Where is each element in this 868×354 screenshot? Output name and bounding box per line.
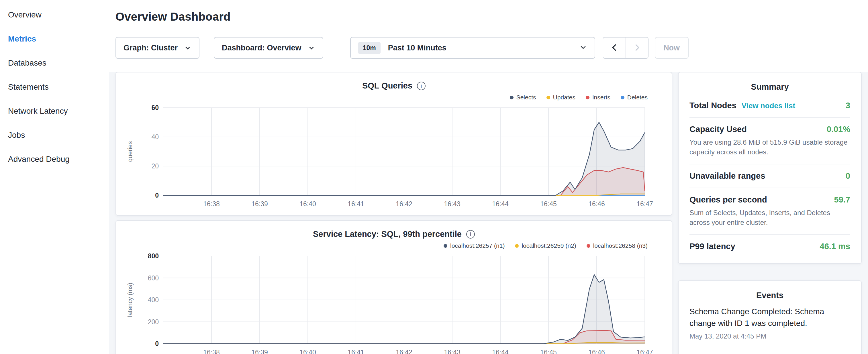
svg-text:16:44: 16:44 [492, 349, 509, 354]
summary-value: 0.01% [827, 125, 850, 134]
legend-label: localhost:26257 (n1) [450, 242, 505, 249]
view-nodes-list-link[interactable]: View nodes list [742, 101, 795, 110]
legend-dot-icon [443, 244, 447, 248]
svg-text:400: 400 [148, 296, 158, 303]
legend-dot-icon [587, 244, 590, 248]
svg-text:16:46: 16:46 [588, 349, 605, 354]
svg-text:20: 20 [151, 162, 159, 170]
svg-text:16:38: 16:38 [203, 349, 220, 354]
svg-text:16:47: 16:47 [637, 349, 653, 354]
event-list-item[interactable]: Schema Change Completed: Schema change w… [689, 306, 850, 340]
sidebar-item-advanced-debug[interactable]: Advanced Debug [8, 147, 109, 171]
summary-value: 0 [846, 171, 850, 181]
sidebar-item-jobs[interactable]: Jobs [8, 123, 109, 147]
page-title: Overview Dashboard [116, 10, 868, 23]
sql-queries-chart-card: SQL Queries i SelectsUpdatesInsertsDelet… [116, 72, 672, 216]
summary-row-p99-latency: P99 latency 46.1 ms [689, 235, 850, 258]
svg-text:16:39: 16:39 [251, 349, 268, 354]
svg-text:16:39: 16:39 [251, 200, 268, 207]
right-column: Summary Total Nodes View nodes list 3 Ca… [678, 72, 862, 354]
summary-panel: Summary Total Nodes View nodes list 3 Ca… [678, 72, 862, 264]
legend-label: Updates [553, 94, 576, 101]
graph-dropdown[interactable]: Graph: Cluster [116, 37, 199, 59]
time-range-dropdown[interactable]: 10m Past 10 Minutes [350, 37, 595, 59]
info-icon[interactable]: i [466, 230, 475, 238]
sidebar-item-statements[interactable]: Statements [8, 75, 109, 99]
summary-row-total-nodes: Total Nodes View nodes list 3 [689, 94, 850, 118]
sidebar-item-metrics[interactable]: Metrics [8, 27, 109, 51]
main-area: Overview Dashboard Graph: Cluster Dashbo… [109, 0, 868, 354]
chevron-left-icon [610, 43, 619, 53]
graph-dropdown-label: Graph: Cluster [124, 43, 178, 53]
svg-text:16:40: 16:40 [300, 349, 316, 354]
svg-text:16:41: 16:41 [348, 200, 364, 207]
charts-column: SQL Queries i SelectsUpdatesInsertsDelet… [116, 72, 672, 354]
summary-title: Summary [689, 72, 850, 94]
summary-label: Queries per second [689, 195, 767, 204]
event-timestamp: May 13, 2020 at 4:45 PM [689, 332, 850, 340]
now-button[interactable]: Now [655, 37, 689, 59]
svg-text:16:42: 16:42 [396, 200, 412, 207]
summary-value: 59.7 [834, 195, 850, 204]
sidebar-item-overview[interactable]: Overview [8, 3, 109, 27]
svg-text:60: 60 [151, 104, 159, 111]
events-panel: Events Schema Change Completed: Schema c… [678, 280, 862, 354]
event-text: Schema Change Completed: Schema change w… [689, 306, 850, 329]
chart-title-service-latency: Service Latency: SQL, 99th percentile [313, 229, 462, 239]
sidebar: Overview Metrics Databases Statements Ne… [0, 0, 109, 354]
sidebar-item-databases[interactable]: Databases [8, 51, 109, 75]
legend-item[interactable]: localhost:26259 (n2) [515, 242, 576, 249]
legend-item[interactable]: Inserts [586, 94, 610, 101]
svg-text:16:38: 16:38 [203, 200, 220, 207]
time-step-forward-button[interactable] [626, 37, 648, 58]
chart-legend: SelectsUpdatesInsertsDeletes [116, 93, 672, 101]
svg-text:16:43: 16:43 [444, 200, 461, 207]
svg-text:queries: queries [126, 141, 133, 162]
legend-label: Deletes [627, 94, 648, 101]
toolbar: Graph: Cluster Dashboard: Overview 10m P… [116, 37, 868, 59]
sidebar-item-network-latency[interactable]: Network Latency [8, 99, 109, 123]
chevron-down-icon [579, 43, 587, 53]
legend-item[interactable]: Updates [547, 94, 576, 101]
time-step-back-button[interactable] [603, 37, 626, 58]
legend-item[interactable]: Deletes [621, 94, 648, 101]
info-icon[interactable]: i [417, 82, 426, 90]
summary-row-capacity-used: Capacity Used 0.01% You are using 28.6 M… [689, 118, 850, 164]
legend-dot-icon [510, 96, 514, 99]
legend-dot-icon [621, 96, 624, 99]
summary-value: 46.1 ms [820, 242, 850, 251]
summary-label: P99 latency [689, 242, 735, 251]
legend-label: Selects [517, 94, 536, 101]
svg-text:16:45: 16:45 [540, 200, 557, 207]
legend-item[interactable]: Selects [510, 94, 536, 101]
summary-row-queries-per-second: Queries per second 59.7 Sum of Selects, … [689, 188, 850, 235]
svg-text:16:47: 16:47 [637, 200, 653, 207]
svg-text:600: 600 [148, 275, 158, 282]
summary-value: 3 [846, 101, 850, 110]
summary-label: Capacity Used [689, 125, 747, 134]
svg-text:40: 40 [151, 133, 159, 141]
legend-item[interactable]: localhost:26258 (n3) [587, 242, 648, 249]
chart-legend: localhost:26257 (n1)localhost:26259 (n2)… [116, 242, 672, 250]
summary-description: Sum of Selects, Updates, Inserts, and De… [689, 208, 850, 227]
legend-label: localhost:26258 (n3) [593, 242, 648, 249]
dashboard-dropdown-label: Dashboard: Overview [222, 43, 302, 53]
time-range-badge: 10m [358, 42, 380, 54]
svg-text:16:45: 16:45 [540, 349, 557, 354]
summary-description: You are using 28.6 MiB of 515.9 GiB usab… [689, 137, 850, 157]
legend-label: localhost:26259 (n2) [522, 242, 576, 249]
legend-item[interactable]: localhost:26257 (n1) [443, 242, 505, 249]
summary-label: Total Nodes [689, 101, 737, 110]
dashboard-content: SQL Queries i SelectsUpdatesInsertsDelet… [109, 72, 868, 354]
svg-text:0: 0 [155, 192, 159, 199]
svg-text:16:44: 16:44 [492, 200, 509, 207]
svg-text:0: 0 [155, 340, 159, 347]
service-latency-plot: 16:3816:3916:4016:4116:4216:4316:4416:45… [116, 252, 672, 354]
sql-queries-plot: 16:3816:3916:4016:4116:4216:4316:4416:45… [116, 103, 672, 212]
time-range-label: Past 10 Minutes [388, 43, 579, 53]
service-latency-chart-card: Service Latency: SQL, 99th percentile i … [116, 220, 672, 354]
legend-dot-icon [515, 244, 519, 248]
svg-text:latency (ms): latency (ms) [126, 283, 133, 317]
chevron-right-icon [632, 43, 642, 53]
dashboard-dropdown[interactable]: Dashboard: Overview [214, 37, 323, 59]
